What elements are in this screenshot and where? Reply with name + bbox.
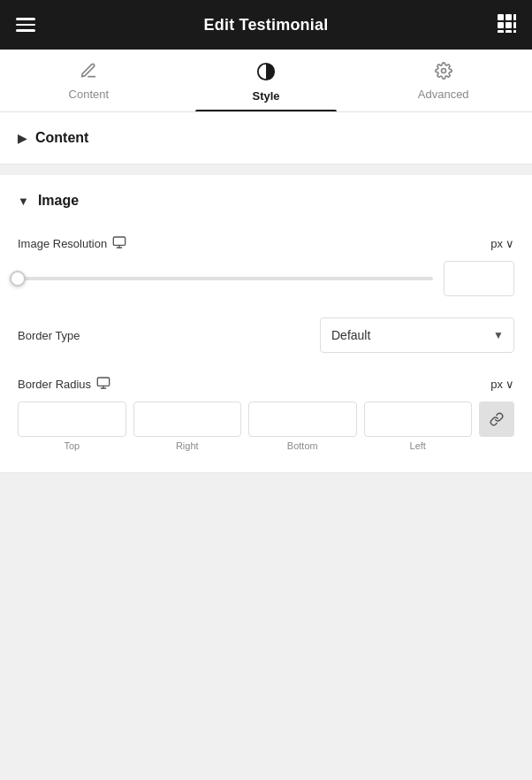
tabs-bar: Content Style Advanced (0, 50, 532, 112)
content-section-header[interactable]: ▶ Content (0, 112, 532, 164)
image-resolution-row: Image Resolution px ∨ (18, 235, 514, 252)
svg-rect-11 (114, 237, 125, 245)
svg-point-10 (441, 69, 445, 73)
page-title: Edit Testimonial (204, 16, 329, 34)
image-resolution-slider-wrapper (18, 270, 433, 287)
border-radius-top-label: Top (64, 440, 80, 451)
border-radius-left-wrap: Left (364, 401, 473, 451)
spacer (18, 362, 514, 376)
content-section-arrow: ▶ (18, 132, 27, 145)
image-section-label: Image (38, 193, 79, 209)
svg-rect-0 (498, 14, 504, 20)
svg-rect-7 (505, 30, 512, 33)
tab-style-label: Style (252, 89, 279, 103)
image-resolution-label: Image Resolution (18, 237, 107, 250)
content-section: ▶ Content (0, 112, 532, 164)
border-radius-link-button[interactable] (479, 401, 514, 437)
border-radius-row: Border Radius px ∨ (18, 376, 514, 393)
border-radius-top-input[interactable] (18, 401, 126, 437)
border-radius-bottom-wrap: Bottom (248, 401, 357, 451)
svg-rect-4 (505, 22, 512, 28)
border-radius-bottom-label: Bottom (287, 440, 318, 451)
border-radius-unit-arrow: ∨ (505, 378, 514, 391)
app-header: Edit Testimonial (0, 0, 532, 50)
image-resolution-label-group: Image Resolution (18, 235, 126, 252)
content-section-label: Content (35, 130, 88, 146)
border-radius-right-label: Right (176, 440, 199, 451)
border-radius-top-wrap: Top (18, 401, 126, 451)
svg-rect-8 (513, 30, 516, 33)
border-radius-label: Border Radius (18, 378, 91, 391)
border-radius-label-group: Border Radius (18, 376, 110, 393)
border-radius-left-input[interactable] (364, 401, 473, 437)
image-section-header[interactable]: ▼ Image (0, 175, 532, 226)
image-resolution-input[interactable] (444, 261, 514, 296)
image-section-arrow: ▼ (18, 195, 29, 208)
unit-label: px (490, 237, 503, 250)
image-section-body: Image Resolution px ∨ (0, 226, 532, 472)
svg-rect-2 (513, 14, 516, 20)
border-radius-right-input[interactable] (133, 401, 242, 437)
tab-advanced[interactable]: Advanced (354, 50, 532, 111)
main-content: ▶ Content ▼ Image Image Resolution (0, 112, 532, 473)
section-divider (0, 164, 532, 175)
border-radius-bottom-input[interactable] (248, 401, 357, 437)
slider-thumb[interactable] (10, 271, 26, 287)
style-icon (256, 62, 276, 84)
svg-rect-1 (505, 14, 512, 20)
monitor-icon (112, 235, 126, 252)
svg-rect-14 (97, 378, 109, 386)
image-resolution-slider-row (18, 261, 514, 296)
grid-menu-button[interactable] (497, 13, 516, 36)
border-radius-right-wrap: Right (133, 401, 242, 451)
border-type-label: Border Type (18, 329, 80, 342)
tab-content[interactable]: Content (0, 50, 178, 111)
svg-rect-6 (498, 30, 504, 33)
border-type-select[interactable]: Default None Solid Dashed Dotted Double (320, 317, 514, 353)
image-resolution-unit[interactable]: px ∨ (490, 237, 514, 250)
border-radius-unit-label: px (490, 378, 503, 391)
border-radius-monitor-icon (96, 376, 110, 393)
tab-content-label: Content (69, 88, 110, 101)
svg-rect-3 (498, 22, 504, 28)
border-type-row: Border Type Default None Solid Dashed Do… (18, 317, 514, 353)
gear-icon (435, 62, 452, 82)
border-radius-inputs-row: Top Right Bottom Left (18, 401, 514, 451)
svg-rect-5 (513, 22, 516, 28)
border-type-dropdown-wrapper: Default None Solid Dashed Dotted Double … (320, 317, 514, 353)
border-radius-left-label: Left (410, 440, 426, 451)
pencil-icon (80, 62, 97, 82)
unit-arrow: ∨ (505, 237, 514, 250)
hamburger-menu-button[interactable] (16, 18, 35, 32)
tab-advanced-label: Advanced (418, 88, 469, 101)
slider-track (18, 277, 433, 280)
image-section: ▼ Image Image Resolution px (0, 175, 532, 473)
border-radius-unit[interactable]: px ∨ (490, 378, 514, 391)
tab-style[interactable]: Style (178, 50, 355, 111)
